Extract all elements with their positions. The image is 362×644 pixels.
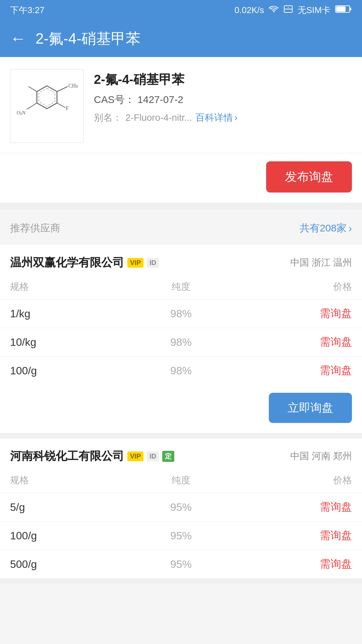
publish-area: 发布询盘 bbox=[0, 153, 362, 203]
cas-number: 1427-07-2 bbox=[137, 94, 183, 105]
svg-marker-7 bbox=[39, 88, 55, 106]
table-row[interactable]: 1/kg 98% 需询盘 bbox=[0, 299, 362, 328]
publish-button[interactable]: 发布询盘 bbox=[266, 161, 352, 193]
col-purity-label-1: 纯度 bbox=[124, 280, 238, 293]
status-speed: 0.02K/s bbox=[235, 5, 264, 15]
badge-vip-1: VIP bbox=[127, 258, 143, 268]
spec-1-3: 100/g bbox=[10, 365, 124, 377]
wiki-link[interactable]: 百科详情 › bbox=[195, 111, 237, 124]
price-1-2: 需询盘 bbox=[238, 335, 352, 350]
table-header-2: 规格 纯度 价格 bbox=[0, 471, 362, 493]
spec-2-1: 5/g bbox=[10, 501, 124, 514]
back-button[interactable]: ← bbox=[10, 31, 26, 47]
purity-1-3: 98% bbox=[124, 365, 238, 377]
wifi-icon bbox=[269, 5, 279, 15]
table-row[interactable]: 100/g 95% 需询盘 bbox=[0, 521, 362, 550]
inquiry-button-1[interactable]: 立即询盘 bbox=[269, 393, 352, 423]
molecule-svg: CH₃ F O₂N bbox=[13, 72, 80, 140]
sim-icon: × bbox=[284, 5, 293, 15]
purity-2-2: 95% bbox=[124, 530, 238, 542]
price-2-3: 需询盘 bbox=[238, 557, 352, 572]
supplier-card-2: 河南科锐化工有限公司 VIP ID 定 中国 河南 郑州 规格 纯度 价格 5/… bbox=[0, 438, 362, 584]
page-header: ← 2-氟-4-硝基甲苯 bbox=[0, 20, 362, 57]
compound-name: 2-氟-4-硝基甲苯 bbox=[94, 71, 352, 88]
divider-1 bbox=[0, 203, 362, 209]
status-time: 下午3:27 bbox=[10, 4, 45, 16]
svg-marker-6 bbox=[37, 86, 57, 109]
table-row[interactable]: 5/g 95% 需询盘 bbox=[0, 493, 362, 521]
col-spec-label-2: 规格 bbox=[10, 474, 124, 487]
badge-ding-2: 定 bbox=[162, 451, 174, 462]
alias-label: 别名： bbox=[94, 111, 122, 124]
supplier-section-title: 推荐供应商 bbox=[10, 221, 60, 235]
svg-line-12 bbox=[27, 103, 37, 109]
svg-text:O₂N: O₂N bbox=[17, 110, 25, 115]
svg-text:×: × bbox=[287, 6, 289, 9]
product-table-1: 规格 纯度 价格 1/kg 98% 需询盘 10/kg 98% 需询盘 100/… bbox=[0, 277, 362, 385]
supplier-location-2: 中国 河南 郑州 bbox=[290, 450, 352, 463]
compound-card: CH₃ F O₂N 2-氟-4-硝基甲苯 CAS号： 1427-07-2 别名：… bbox=[0, 57, 362, 153]
supplier-name-row-2: 河南科锐化工有限公司 VIP ID 定 中国 河南 郑州 bbox=[0, 438, 362, 471]
compound-image: CH₃ F O₂N bbox=[10, 69, 84, 143]
sim-label: 无SIM卡 bbox=[298, 4, 330, 16]
table-row[interactable]: 100/g 98% 需询盘 bbox=[0, 356, 362, 385]
status-bar: 下午3:27 0.02K/s × 无SIM卡 bbox=[0, 0, 362, 20]
col-price-label-2: 价格 bbox=[238, 474, 352, 487]
spec-2-2: 100/g bbox=[10, 530, 124, 542]
supplier-name-2: 河南科锐化工有限公司 VIP ID 定 bbox=[10, 448, 174, 464]
alias-value: 2-Fluoro-4-nitr... bbox=[125, 112, 192, 123]
svg-line-8 bbox=[57, 87, 68, 92]
badge-id-2: ID bbox=[147, 451, 159, 461]
price-1-3: 需询盘 bbox=[238, 363, 352, 378]
cas-row: CAS号： 1427-07-2 bbox=[94, 93, 352, 107]
purity-1-1: 98% bbox=[124, 308, 238, 320]
battery-icon bbox=[335, 5, 352, 16]
supplier-section-header: 推荐供应商 共有208家 › bbox=[0, 209, 362, 245]
supplier-name-1: 温州双赢化学有限公司 VIP ID bbox=[10, 255, 159, 270]
purity-1-2: 98% bbox=[124, 336, 238, 348]
svg-line-10 bbox=[57, 103, 65, 108]
status-right: 0.02K/s × 无SIM卡 bbox=[235, 4, 352, 16]
svg-line-14 bbox=[28, 87, 37, 92]
purity-2-3: 95% bbox=[124, 558, 238, 571]
svg-rect-4 bbox=[350, 8, 351, 10]
price-2-1: 需询盘 bbox=[238, 500, 352, 515]
purity-2-1: 95% bbox=[124, 501, 238, 514]
spec-1-2: 10/kg bbox=[10, 336, 124, 348]
supplier-location-1: 中国 浙江 温州 bbox=[290, 256, 352, 269]
inquiry-area-1: 立即询盘 bbox=[0, 385, 362, 433]
table-row[interactable]: 500/g 95% 需询盘 bbox=[0, 550, 362, 578]
supplier-card-1: 温州双赢化学有限公司 VIP ID 中国 浙江 温州 规格 纯度 价格 1/kg… bbox=[0, 245, 362, 438]
svg-text:CH₃: CH₃ bbox=[68, 83, 78, 89]
price-1-1: 需询盘 bbox=[238, 306, 352, 321]
supplier-name-row-1: 温州双赢化学有限公司 VIP ID 中国 浙江 温州 bbox=[0, 245, 362, 277]
spec-1-1: 1/kg bbox=[10, 308, 124, 320]
svg-rect-5 bbox=[336, 6, 346, 12]
spec-2-3: 500/g bbox=[10, 558, 124, 571]
cas-label: CAS号： bbox=[94, 94, 135, 105]
col-price-label-1: 价格 bbox=[238, 280, 352, 293]
badge-vip-2: VIP bbox=[127, 451, 143, 461]
table-header-1: 规格 纯度 价格 bbox=[0, 277, 362, 299]
page-title: 2-氟-4-硝基甲苯 bbox=[36, 29, 140, 49]
table-row[interactable]: 10/kg 98% 需询盘 bbox=[0, 328, 362, 356]
col-purity-label-2: 纯度 bbox=[124, 474, 238, 487]
price-2-2: 需询盘 bbox=[238, 528, 352, 543]
supplier-count-link[interactable]: 共有208家 › bbox=[300, 221, 352, 235]
product-table-2: 规格 纯度 价格 5/g 95% 需询盘 100/g 95% 需询盘 500/g… bbox=[0, 471, 362, 578]
compound-info: 2-氟-4-硝基甲苯 CAS号： 1427-07-2 别名： 2-Fluoro-… bbox=[94, 69, 352, 124]
col-spec-label-1: 规格 bbox=[10, 280, 124, 293]
alias-row: 别名： 2-Fluoro-4-nitr... 百科详情 › bbox=[94, 111, 352, 124]
svg-text:F: F bbox=[66, 105, 69, 111]
badge-id-1: ID bbox=[147, 258, 159, 268]
